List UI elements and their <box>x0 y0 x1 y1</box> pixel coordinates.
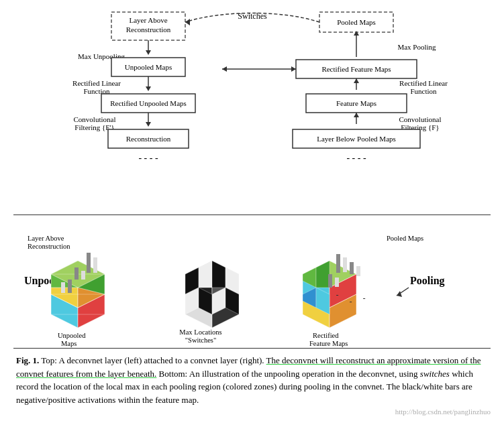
svg-rect-62 <box>74 267 79 280</box>
svg-marker-74 <box>199 261 212 288</box>
svg-text:Switches: Switches <box>238 11 267 21</box>
svg-rect-99 <box>328 274 332 288</box>
svg-marker-44 <box>222 66 227 72</box>
svg-text:- - - -: - - - - <box>138 153 158 163</box>
svg-text:Layer Below Pooled Maps: Layer Below Pooled Maps <box>317 135 396 143</box>
bottom-illustration: Layer Above Reconstruction Unpooling <box>13 215 491 349</box>
svg-marker-35 <box>354 113 359 117</box>
svg-marker-29 <box>354 78 359 83</box>
svg-text:Rectified Feature Maps: Rectified Feature Maps <box>321 65 391 73</box>
svg-rect-61 <box>93 257 97 273</box>
svg-text:Unpooled Maps: Unpooled Maps <box>124 63 172 71</box>
svg-text:-: - <box>362 294 366 303</box>
svg-text:"Switches": "Switches" <box>185 337 216 344</box>
svg-text:-: - <box>335 290 340 300</box>
svg-text:Feature Maps: Feature Maps <box>336 99 376 107</box>
svg-text:Reconstruction: Reconstruction <box>125 135 170 143</box>
svg-text:Reconstruction: Reconstruction <box>28 243 70 250</box>
svg-text:Max Pooling: Max Pooling <box>397 43 436 51</box>
main-container: Layer Above Reconstruction Max Unpooling… <box>0 0 504 422</box>
svg-rect-100 <box>335 278 339 287</box>
svg-rect-95 <box>336 254 340 273</box>
svg-text:Rectified: Rectified <box>313 332 339 339</box>
svg-marker-9 <box>146 86 151 91</box>
svg-rect-65 <box>61 282 65 293</box>
svg-rect-97 <box>350 262 354 274</box>
svg-marker-15 <box>146 122 151 127</box>
top-diagram: Layer Above Reconstruction Max Unpooling… <box>13 7 491 215</box>
svg-text:Rectified Unpooled Maps: Rectified Unpooled Maps <box>110 99 187 107</box>
svg-rect-63 <box>81 271 85 280</box>
svg-text:Layer Above: Layer Above <box>28 235 64 242</box>
watermark: http://blog.csdn.net/panglinzhuo <box>13 408 491 416</box>
svg-text:Rectified Linear: Rectified Linear <box>72 79 121 87</box>
svg-text:Layer Above: Layer Above <box>129 16 167 24</box>
caption: Fig. 1. Top: A deconvnet layer (left) at… <box>13 354 491 406</box>
svg-marker-85 <box>397 291 402 297</box>
caption-text1: Top: A deconvnet layer (left) attached t… <box>41 355 266 365</box>
fig-label: Fig. 1. <box>16 355 39 365</box>
svg-text:Pooled Maps: Pooled Maps <box>387 235 423 242</box>
svg-marker-75 <box>212 261 225 288</box>
svg-marker-4 <box>146 50 151 55</box>
caption-italic: switches <box>420 369 450 379</box>
svg-rect-98 <box>356 266 360 276</box>
svg-text:Maps: Maps <box>61 340 77 347</box>
svg-text:Feature Maps: Feature Maps <box>309 340 348 347</box>
svg-text:Pooling: Pooling <box>410 275 445 287</box>
svg-text:- - - -: - - - - <box>346 153 366 163</box>
svg-text:Unpooled: Unpooled <box>58 332 86 339</box>
svg-marker-41 <box>185 19 190 25</box>
svg-text:Max Locations: Max Locations <box>179 328 221 336</box>
svg-rect-64 <box>68 280 72 293</box>
svg-text:Convolutional: Convolutional <box>399 115 441 123</box>
svg-text:Reconstruction: Reconstruction <box>125 25 170 34</box>
svg-marker-92 <box>316 261 330 288</box>
svg-text:Rectified Linear: Rectified Linear <box>399 79 448 87</box>
svg-rect-96 <box>343 257 347 272</box>
caption-text2: Bottom: An illustration of the unpooling… <box>159 369 420 379</box>
svg-text:Convolutional: Convolutional <box>73 115 115 123</box>
svg-text:Function: Function <box>410 87 437 95</box>
svg-rect-60 <box>87 253 91 273</box>
svg-text:-: - <box>348 297 353 306</box>
svg-marker-45 <box>291 66 296 72</box>
svg-text:Pooled Maps: Pooled Maps <box>337 18 376 26</box>
